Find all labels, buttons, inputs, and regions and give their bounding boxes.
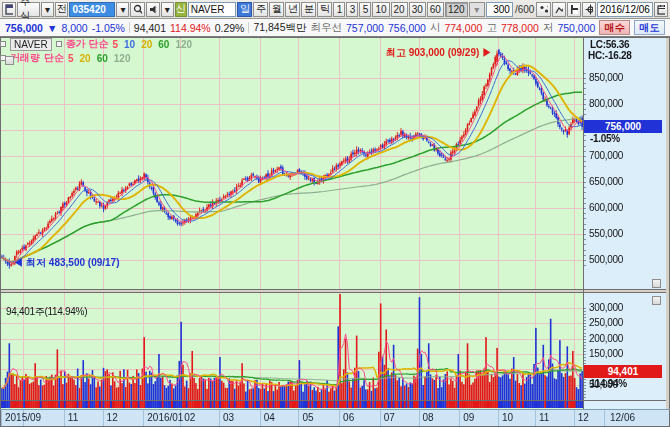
best-quote-label: 최우선 — [311, 21, 343, 35]
minute-button-1[interactable]: 1 — [333, 2, 345, 17]
pattern-icon[interactable] — [536, 2, 550, 17]
open-price: 774,000 — [444, 22, 482, 34]
current-price: 756,000 — [5, 22, 43, 34]
sell-button[interactable]: 매도 — [634, 20, 665, 35]
asset-type-select[interactable]: 주식 — [17, 2, 40, 17]
trade-value: 71,845백만 — [253, 21, 306, 35]
speaker-dropdown-icon[interactable]: ▾ — [161, 2, 174, 17]
separator — [129, 22, 130, 33]
minute-button-3[interactable]: 3 — [346, 2, 358, 17]
low-price: 750,000 — [557, 22, 595, 34]
trendline-icon[interactable] — [552, 2, 566, 17]
main-toolbar: 주식 ▾ 전 ▾ ▾ 신 NAVER 일주월년분틱 13510203060120… — [0, 0, 670, 19]
minute-button-120[interactable]: 120 — [445, 2, 468, 17]
issue-badge: 신 — [175, 2, 187, 17]
interval-dropdown[interactable]: ▾ — [469, 2, 485, 17]
period-button-3[interactable]: 월 — [269, 2, 284, 17]
date-field[interactable]: 2016/12/06 — [597, 2, 653, 17]
best-bid: 756,000 — [388, 22, 426, 34]
quote-bar: 756,000 ▼ 8,000 -1.05% 94,401 114.94% 0.… — [0, 19, 670, 37]
prev-stock-button[interactable]: 전 — [55, 2, 68, 17]
window-icon[interactable] — [2, 2, 16, 17]
high-label: 고 — [486, 21, 497, 35]
low-label: 저 — [543, 21, 554, 35]
speaker-icon[interactable] — [146, 2, 160, 17]
stock-name-field[interactable]: NAVER — [188, 2, 237, 17]
bar-count-input[interactable] — [486, 2, 513, 17]
turnover-percent: 0.29% — [215, 22, 245, 34]
volume-ratio: 114.94% — [170, 22, 211, 34]
period-button-2[interactable]: 주 — [253, 2, 268, 17]
minute-button-60[interactable]: 60 — [427, 2, 444, 17]
chart-region: NAVER 종가 단순 5102060120 LC:56.36 HC:-16.2… — [0, 37, 670, 427]
price-volume-chart-canvas[interactable] — [0, 37, 670, 427]
open-label: 시 — [430, 21, 441, 35]
save-icon[interactable] — [567, 2, 581, 17]
high-price: 778,000 — [501, 22, 539, 34]
change-direction-icon: ▼ — [47, 22, 57, 34]
bar-count-max-label: /600 — [514, 4, 535, 15]
period-button-5[interactable]: 분 — [301, 2, 316, 17]
asset-type-dropdown-icon[interactable]: ▾ — [41, 2, 54, 17]
search-icon[interactable] — [130, 2, 144, 17]
period-button-group: 일주월년분틱 — [237, 2, 332, 17]
best-ask: 757,000 — [346, 22, 384, 34]
period-button-6[interactable]: 틱 — [317, 2, 332, 17]
minute-button-group: 13510203060120 — [333, 2, 467, 17]
period-button-4[interactable]: 년 — [285, 2, 300, 17]
separator — [248, 22, 249, 33]
buy-button[interactable]: 매수 — [599, 20, 630, 35]
settings-icon[interactable] — [582, 2, 596, 17]
minute-button-10[interactable]: 10 — [372, 2, 389, 17]
minute-button-20[interactable]: 20 — [391, 2, 408, 17]
minute-button-30[interactable]: 30 — [409, 2, 426, 17]
stock-code-input[interactable] — [69, 2, 115, 17]
calendar-icon[interactable] — [654, 2, 668, 17]
volume-value: 94,401 — [134, 22, 166, 34]
minute-button-5[interactable]: 5 — [359, 2, 371, 17]
change-value: 8,000 — [61, 22, 87, 34]
change-percent: -1.05% — [92, 22, 125, 34]
period-button-1[interactable]: 일 — [237, 2, 252, 17]
code-dropdown-icon[interactable]: ▾ — [116, 2, 129, 17]
